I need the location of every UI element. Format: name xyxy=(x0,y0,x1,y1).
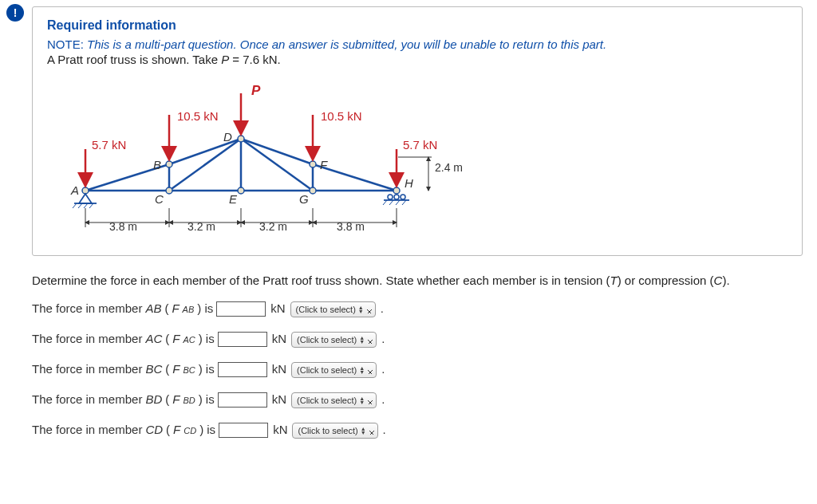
label-load-br: 10.5 kN xyxy=(321,109,362,123)
row-fsym: F xyxy=(172,301,179,315)
label-load-left: 5.7 kN xyxy=(92,138,126,152)
svg-point-25 xyxy=(394,195,399,199)
row-fsym: F xyxy=(172,332,180,345)
label-d4: 3.8 m xyxy=(337,220,365,233)
unit-label: kN xyxy=(270,301,285,315)
force-input-AB[interactable] xyxy=(216,301,266,317)
select-label: (Click to select) xyxy=(298,426,357,435)
row-pre: The force in member xyxy=(32,392,142,406)
period: . xyxy=(383,423,386,436)
label-G: G xyxy=(299,192,309,206)
note-body: This is a multi-part question. Once an a… xyxy=(87,37,606,51)
label-D: D xyxy=(223,130,232,144)
svg-point-13 xyxy=(310,187,316,194)
select-label: (Click to select) xyxy=(296,305,356,314)
row-fsym: F xyxy=(172,392,180,406)
note-prefix: NOTE: xyxy=(47,37,87,51)
q-pre: Determine the force in each member of th… xyxy=(32,274,610,287)
svg-point-16 xyxy=(238,136,244,142)
svg-point-14 xyxy=(393,187,400,194)
svg-point-24 xyxy=(388,195,393,199)
unit-label: kN xyxy=(272,332,286,345)
force-row-BC: The force in member BC (FBC) is kN (Clic… xyxy=(32,362,803,378)
label-d1: 3.8 m xyxy=(109,220,137,233)
svg-point-17 xyxy=(310,161,316,167)
note-line: NOTE: This is a multi-part question. Onc… xyxy=(47,37,787,51)
force-row-BD: The force in member BD (FBD) is kN (Clic… xyxy=(32,392,803,408)
svg-point-11 xyxy=(166,187,172,194)
row-sub: CD xyxy=(184,426,196,435)
row-member: CD xyxy=(145,423,163,436)
question-text: Determine the force in each member of th… xyxy=(32,274,803,287)
svg-marker-18 xyxy=(79,194,92,203)
info-icon-glyph: ! xyxy=(14,6,18,19)
period: . xyxy=(381,301,384,315)
chevron-updown-icon: ▲▼ xyxy=(361,427,366,435)
force-input-BC[interactable] xyxy=(218,362,267,377)
tc-select-BC[interactable]: (Click to select)▲▼ xyxy=(291,362,377,378)
row-member: BD xyxy=(145,392,162,406)
tc-select-BD[interactable]: (Click to select)▲▼ xyxy=(291,392,377,408)
force-input-AC[interactable] xyxy=(218,332,267,347)
row-sub: BD xyxy=(183,396,195,405)
chevron-updown-icon: ▲▼ xyxy=(359,396,365,404)
chevron-updown-icon: ▲▼ xyxy=(359,336,365,344)
label-load-bl: 10.5 kN xyxy=(177,109,219,123)
unit-label: kN xyxy=(273,423,287,436)
row-sub: BC xyxy=(183,365,195,375)
row-pre: The force in member xyxy=(32,423,142,436)
force-input-CD[interactable] xyxy=(219,423,268,438)
label-B: B xyxy=(153,158,161,171)
given-line: A Pratt roof truss is shown. Take P = 7.… xyxy=(47,53,787,66)
svg-line-9 xyxy=(241,139,313,191)
row-sub: AC xyxy=(183,335,195,345)
force-row-AB: The force in member AB (FAB) is kN (Clic… xyxy=(32,301,803,317)
q-post: ). xyxy=(722,274,729,287)
label-H: H xyxy=(405,176,413,190)
period: . xyxy=(381,332,385,345)
label-d3: 3.2 m xyxy=(259,220,287,233)
tc-select-AB[interactable]: (Click to select)▲▼ xyxy=(290,301,376,317)
label-A: A xyxy=(70,183,79,197)
row-after: ) is xyxy=(199,362,215,376)
tc-select-AC[interactable]: (Click to select)▲▼ xyxy=(291,332,377,348)
label-E: E xyxy=(229,192,238,206)
force-input-BD[interactable] xyxy=(218,392,267,408)
row-pre: The force in member xyxy=(32,362,142,376)
force-row-CD: The force in member CD (FCD) is kN (Clic… xyxy=(32,423,803,439)
row-sub: AB xyxy=(183,305,195,314)
period: . xyxy=(381,392,385,406)
row-member: AC xyxy=(145,332,162,345)
question-area: Determine the force in each member of th… xyxy=(32,274,803,439)
row-fsym: F xyxy=(172,362,180,376)
force-row-AC: The force in member AC (FAC) is kN (Clic… xyxy=(32,332,803,348)
row-member: AB xyxy=(145,301,161,315)
given-var: P xyxy=(221,53,229,66)
truss-diagram: P 10.5 kN 10.5 kN 5.7 kN 5.7 kN A B C D … xyxy=(53,71,787,241)
select-label: (Click to select) xyxy=(297,396,357,405)
label-P: P xyxy=(251,83,261,98)
svg-point-12 xyxy=(238,187,244,194)
label-load-right: 5.7 kN xyxy=(403,138,437,152)
svg-point-26 xyxy=(401,195,405,199)
given-text: A Pratt roof truss is shown. Take xyxy=(47,53,221,66)
period: . xyxy=(381,362,385,376)
select-label: (Click to select) xyxy=(297,335,357,345)
unit-label: kN xyxy=(272,362,286,376)
svg-line-8 xyxy=(169,139,241,191)
label-d2: 3.2 m xyxy=(187,220,215,233)
info-icon: ! xyxy=(6,4,24,22)
row-after: ) is xyxy=(199,392,215,406)
chevron-updown-icon: ▲▼ xyxy=(359,366,365,374)
required-header: Required information xyxy=(47,18,787,33)
tc-select-CD[interactable]: (Click to select)▲▼ xyxy=(292,423,377,439)
select-label: (Click to select) xyxy=(297,365,357,375)
q-mid: ) or compression ( xyxy=(618,274,714,287)
required-info-card: Required information NOTE: This is a mul… xyxy=(32,6,803,256)
q-c: C xyxy=(714,274,723,287)
svg-point-15 xyxy=(166,161,172,167)
row-after: ) is xyxy=(199,332,215,345)
row-pre: The force in member xyxy=(32,301,142,315)
q-t: T xyxy=(610,274,618,287)
svg-line-3 xyxy=(241,139,313,164)
